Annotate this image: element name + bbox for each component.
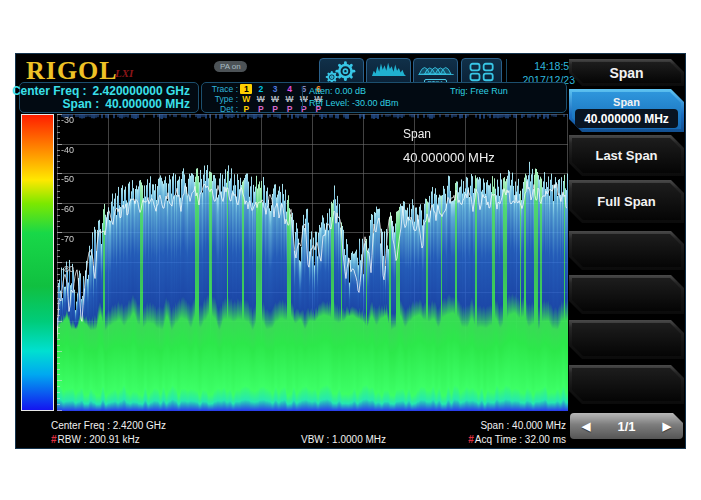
- menu-span-value: 40.000000 MHz: [575, 109, 678, 128]
- menu-span-value-button[interactable]: Span 40.000000 MHz: [569, 89, 684, 132]
- amplitude-colorbar: [21, 114, 54, 411]
- trace-type: W: [269, 94, 281, 104]
- full-span-button[interactable]: Full Span: [569, 180, 684, 223]
- density-icon: [371, 60, 407, 81]
- span-annotation: Span 40.000000 MHz: [403, 127, 495, 165]
- prev-page-button[interactable]: ◀: [582, 420, 590, 433]
- trace-det: P: [269, 104, 281, 114]
- trace-det: P: [240, 104, 252, 114]
- page-indicator: 1/1: [617, 419, 635, 434]
- frequency-panel: Center Freq : 2.420000000 GHz Span : 40.…: [19, 82, 199, 113]
- menu-title-label: Span: [572, 62, 681, 83]
- trace-row-label: Trace :: [204, 84, 238, 94]
- trace-number: 1: [240, 84, 252, 94]
- rbw-flag: #: [51, 434, 57, 445]
- trace-number: 2: [255, 84, 267, 94]
- clock-time: 14:18:59: [513, 59, 575, 73]
- pa-on-button[interactable]: PA on: [214, 61, 247, 72]
- full-span-label: Full Span: [572, 183, 681, 220]
- spectrum-plot: Span 40.000000 MHz: [57, 114, 568, 411]
- acq-flag: #: [468, 434, 474, 445]
- last-span-label: Last Span: [572, 138, 681, 173]
- trigger-status: Trig: Free Run: [450, 86, 508, 96]
- panel-divider: [302, 86, 303, 109]
- status-rbw: #RBW : 200.91 kHz: [51, 434, 140, 445]
- status-vbw: VBW : 1.0000 MHz: [301, 434, 386, 445]
- menu-empty-button[interactable]: [569, 320, 684, 359]
- trace-type: W: [255, 94, 267, 104]
- trace-panel: Trace : 1 2 3 4 5 6 Type : W W W W W W D…: [201, 82, 567, 113]
- trace-det: P: [255, 104, 267, 114]
- status-span: Span : 40.000 MHz: [480, 420, 566, 431]
- page-background: RIGOL LXI PA on: [0, 0, 701, 500]
- span-label: Span :: [63, 98, 100, 111]
- analyzer-screen: RIGOL LXI PA on: [15, 53, 686, 449]
- menu-empty-button[interactable]: [569, 231, 684, 270]
- status-center-freq: Center Freq : 2.4200 GHz: [51, 420, 166, 431]
- trace-type: W: [284, 94, 296, 104]
- last-span-button[interactable]: Last Span: [569, 135, 684, 176]
- ref-level-value: Ref Level: -30.00 dBm: [309, 98, 399, 108]
- trace-det: P: [284, 104, 296, 114]
- rtsa-icon: [418, 60, 454, 79]
- trace-type: W: [240, 94, 252, 104]
- span-annotation-label: Span: [403, 127, 495, 141]
- lxi-logo: LXI: [115, 67, 133, 79]
- trace-number: 4: [284, 84, 296, 94]
- type-row-label: Type :: [204, 94, 238, 104]
- span-annotation-value: 40.000000 MHz: [403, 150, 495, 165]
- menu-empty-button[interactable]: [569, 365, 684, 404]
- det-row-label: Det :: [204, 104, 238, 114]
- atten-value: Atten: 0.00 dB: [309, 86, 366, 96]
- status-acq-time: #Acq Time : 32.00 ms: [468, 434, 566, 445]
- span-value: 40.000000 MHz: [105, 98, 190, 111]
- menu-pager: ◀ 1/1 ▶: [570, 413, 683, 439]
- next-page-button[interactable]: ▶: [663, 420, 671, 433]
- menu-empty-button[interactable]: [569, 275, 684, 314]
- menu-title-span[interactable]: Span: [569, 59, 684, 86]
- trace-number: 3: [269, 84, 281, 94]
